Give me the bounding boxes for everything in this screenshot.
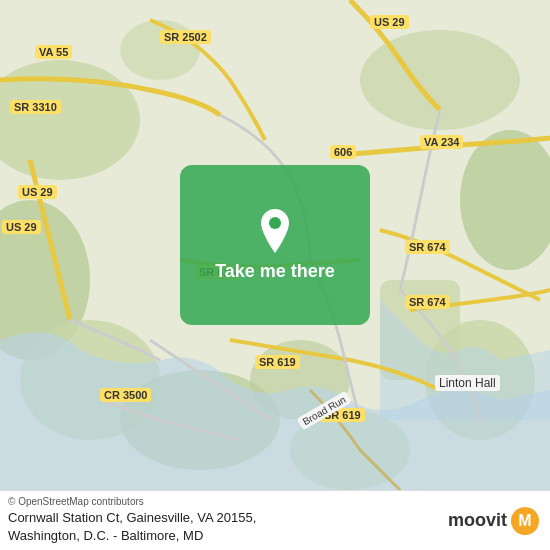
location-overlay[interactable]: Take me there [180,165,370,325]
address-line2: Washington, D.C. - Baltimore, MD [8,528,203,543]
road-label-va55: VA 55 [35,45,72,59]
address-line1: Cornwall Station Ct, Gainesville, VA 201… [8,510,256,525]
svg-point-9 [120,20,200,80]
road-label-va234: VA 234 [420,135,463,149]
road-label-us29left: US 29 [2,220,41,234]
svg-text:M: M [518,512,531,529]
location-pin-icon [257,209,293,253]
take-me-there-button[interactable]: Take me there [215,261,335,282]
road-label-cr3500: CR 3500 [100,388,151,402]
road-label-us29top: US 29 [370,15,409,29]
road-label-lintonhall: Linton Hall [435,375,500,391]
road-label-sr674right: SR 674 [405,240,450,254]
bottom-bar: © OpenStreetMap contributors Cornwall St… [0,490,550,550]
moovit-logo: moovit M [448,506,540,536]
road-label-sr619left: SR 619 [255,355,300,369]
map-container: VA 55 SR 2502 US 29 SR 3310 606 VA 234 U… [0,0,550,490]
moovit-icon: M [510,506,540,536]
road-label-sr606: 606 [330,145,356,159]
road-label-sr3310: SR 3310 [10,100,61,114]
road-label-us29mid: US 29 [18,185,57,199]
moovit-text: moovit [448,510,507,531]
road-label-sr674bottom: SR 674 [405,295,450,309]
svg-point-12 [269,217,281,229]
road-label-sr2502: SR 2502 [160,30,211,44]
